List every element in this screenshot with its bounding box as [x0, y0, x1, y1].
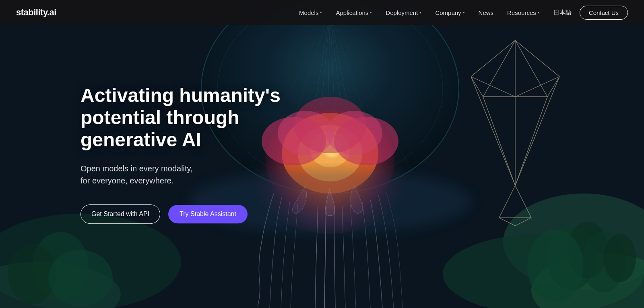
hero-buttons: Get Started with API Try Stable Assistan… [80, 204, 282, 224]
svg-point-38 [48, 250, 113, 306]
svg-line-41 [471, 40, 515, 77]
svg-line-40 [515, 40, 547, 97]
hero-subtitle: Open models in every modality,for everyo… [80, 162, 282, 187]
svg-line-55 [515, 77, 559, 185]
nav-item-japanese: 日本語 [548, 6, 577, 20]
dropdown-arrow-company: ▾ [463, 10, 465, 15]
nav-item-company: Company ▾ [429, 6, 470, 19]
nav-label-applications: Applications [336, 9, 368, 16]
nav-label-company: Company [435, 9, 461, 16]
svg-line-51 [483, 97, 515, 185]
nav-label-models: Models [299, 9, 318, 16]
svg-line-48 [471, 77, 515, 97]
svg-line-56 [499, 185, 515, 218]
svg-line-49 [515, 77, 559, 97]
svg-line-60 [515, 218, 531, 226]
svg-line-59 [499, 218, 515, 226]
nav-links: Models ▾ Applications ▾ Deployment ▾ Com… [293, 6, 628, 20]
svg-point-35 [604, 234, 636, 282]
hero-content: Activating humanity's potential through … [0, 84, 282, 224]
nav-label-contact: Contact Us [589, 9, 619, 16]
dropdown-arrow-applications: ▾ [370, 10, 372, 15]
nav-link-deployment[interactable]: Deployment ▾ [380, 6, 427, 19]
nav-label-news: News [479, 9, 494, 16]
nav-link-japanese[interactable]: 日本語 [548, 6, 577, 20]
nav-link-contact[interactable]: Contact Us [580, 6, 628, 20]
svg-point-33 [527, 230, 584, 302]
nav-item-applications: Applications ▾ [330, 6, 378, 19]
svg-point-28 [278, 111, 334, 155]
svg-line-44 [471, 77, 483, 97]
navbar: stability.ai Models ▾ Applications ▾ Dep… [0, 0, 644, 25]
nav-link-resources[interactable]: Resources ▾ [502, 6, 545, 19]
nav-link-models[interactable]: Models ▾ [293, 6, 328, 19]
get-started-api-button[interactable]: Get Started with API [80, 204, 160, 224]
nav-item-contact: Contact Us [580, 6, 628, 20]
nav-link-company[interactable]: Company ▾ [429, 6, 470, 19]
nav-item-news: News [473, 6, 500, 19]
logo[interactable]: stability.ai [16, 7, 56, 18]
svg-line-57 [515, 185, 531, 218]
dropdown-arrow-resources: ▾ [538, 10, 540, 15]
svg-line-52 [515, 97, 547, 185]
nav-label-japanese: 日本語 [553, 9, 572, 17]
nav-item-resources: Resources ▾ [502, 6, 545, 19]
try-stable-assistant-button[interactable]: Try Stable Assistant [168, 205, 248, 223]
svg-line-39 [483, 40, 515, 97]
hero-diamond-wireframe [451, 32, 580, 234]
nav-label-resources: Resources [507, 9, 536, 16]
svg-line-54 [471, 77, 515, 185]
hero-title: Activating humanity's potential through … [80, 84, 282, 151]
nav-item-models: Models ▾ [293, 6, 328, 19]
dropdown-arrow-deployment: ▾ [419, 10, 421, 15]
hero-section: stability.ai Models ▾ Applications ▾ Dep… [0, 0, 644, 308]
nav-item-deployment: Deployment ▾ [380, 6, 427, 19]
nav-label-deployment: Deployment [386, 9, 418, 16]
svg-line-45 [547, 77, 559, 97]
dropdown-arrow-models: ▾ [320, 10, 322, 15]
nav-link-applications[interactable]: Applications ▾ [330, 6, 378, 19]
svg-line-42 [515, 40, 559, 77]
nav-link-news[interactable]: News [473, 6, 500, 19]
svg-point-29 [326, 111, 382, 155]
